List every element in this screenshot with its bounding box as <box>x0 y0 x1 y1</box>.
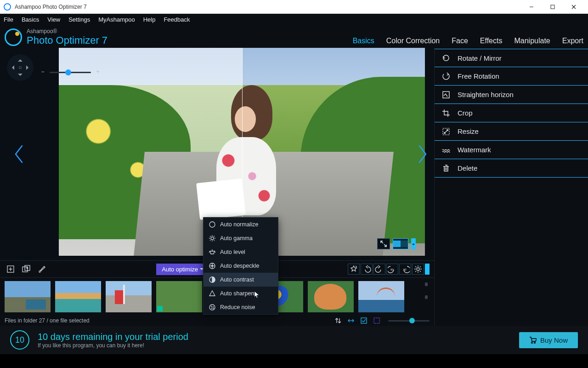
titlebar: Ashampoo Photo Optimizer 7 <box>0 0 588 14</box>
tools-dropdown[interactable] <box>425 264 430 275</box>
prev-photo-button[interactable] <box>12 140 26 168</box>
svg-text:90: 90 <box>403 268 407 271</box>
svg-line-46 <box>444 130 448 133</box>
panel-crop[interactable]: Crop <box>435 104 588 122</box>
favorite-button[interactable] <box>348 264 360 275</box>
rotate-icon <box>441 53 451 63</box>
svg-point-25 <box>213 306 213 307</box>
add-image-button[interactable] <box>5 263 17 275</box>
thumbnail[interactable] <box>5 281 51 312</box>
pan-pad[interactable] <box>7 54 34 81</box>
auto-level[interactable]: Auto level <box>204 245 278 259</box>
basics-panel: Rotate / Mirror Free Rotation Straighten… <box>434 48 588 326</box>
auto-optimize-button[interactable]: Auto optimize <box>156 264 209 275</box>
svg-line-15 <box>209 251 210 253</box>
zoom-out-icon[interactable]: − <box>40 69 46 75</box>
crop-icon <box>441 108 451 118</box>
add-folder-button[interactable] <box>20 263 32 275</box>
thumbnail[interactable] <box>55 281 101 312</box>
trial-banner: 10 10 days remaining in your trial perio… <box>0 326 588 354</box>
thumbnail[interactable] <box>358 281 404 312</box>
svg-line-10 <box>210 236 211 237</box>
sort-button[interactable] <box>334 316 342 325</box>
tab-face[interactable]: Face <box>452 37 468 45</box>
svg-point-26 <box>211 308 212 308</box>
reduce-noise[interactable]: Reduce noise <box>204 300 278 314</box>
thumbnail[interactable] <box>156 281 202 312</box>
thumbnail[interactable] <box>106 281 152 312</box>
tab-export[interactable]: Export <box>562 37 583 45</box>
trial-subtext: If you like this program, you can buy it… <box>38 342 188 349</box>
svg-line-11 <box>214 240 215 241</box>
next-photo-button[interactable] <box>416 140 430 168</box>
mouse-cursor-icon <box>254 291 260 299</box>
auto-normalize[interactable]: Auto normalize <box>204 218 278 231</box>
auto-sharpen[interactable]: Auto sharpen <box>204 287 278 300</box>
svg-line-16 <box>215 251 215 253</box>
panel-watermark[interactable]: Watermark <box>435 141 588 159</box>
compare-mode-button[interactable] <box>393 238 408 249</box>
tab-basics[interactable]: Basics <box>353 37 374 45</box>
brand-line2: Photo Optimizer 7 <box>27 35 107 46</box>
brand-logo <box>5 29 22 46</box>
fullscreen-button[interactable] <box>377 238 390 249</box>
panel-resize[interactable]: Resize <box>435 122 588 141</box>
svg-marker-22 <box>209 291 215 296</box>
cart-icon <box>529 336 537 344</box>
thumbnail[interactable] <box>308 281 354 312</box>
selected-check-icon <box>157 306 163 311</box>
thumb-scrollbar[interactable] <box>425 282 428 310</box>
auto-despeckle[interactable]: Auto despeckle <box>204 259 278 273</box>
rotate-right-button[interactable]: 90 <box>399 264 411 275</box>
fit-width-button[interactable] <box>347 316 355 325</box>
close-button[interactable] <box>563 0 584 14</box>
auto-gamma[interactable]: Auto gamma <box>204 231 278 245</box>
menu-myashampoo[interactable]: MyAshampoo <box>98 16 135 23</box>
status-bar: Files in folder 27 / one file selected <box>0 316 434 326</box>
auto-contrast[interactable]: Auto contrast <box>204 273 278 287</box>
svg-point-5 <box>211 237 214 240</box>
selection-box-button[interactable] <box>373 316 381 325</box>
svg-point-49 <box>531 342 533 344</box>
tab-color-correction[interactable]: Color Correction <box>386 37 440 45</box>
menu-feedback[interactable]: Feedback <box>164 16 190 23</box>
menu-settings[interactable]: Settings <box>68 16 90 23</box>
zoom-in-icon[interactable]: + <box>95 69 101 75</box>
svg-rect-42 <box>361 318 367 323</box>
svg-point-27 <box>213 308 214 309</box>
menu-basics[interactable]: Basics <box>22 16 39 23</box>
tab-effects[interactable]: Effects <box>480 37 503 45</box>
svg-line-35 <box>356 266 357 267</box>
svg-point-24 <box>211 306 211 306</box>
minimize-button[interactable] <box>521 0 542 14</box>
window-title: Ashampoo Photo Optimizer 7 <box>15 4 521 10</box>
maximize-button[interactable] <box>542 0 563 14</box>
rotate-left-button[interactable]: 90 <box>386 264 398 275</box>
select-all-button[interactable] <box>360 316 368 325</box>
menu-view[interactable]: View <box>47 16 60 23</box>
trial-headline: 10 days remaining in your trial period <box>38 332 188 342</box>
resize-icon <box>441 126 451 137</box>
svg-line-12 <box>210 240 211 241</box>
tab-manipulate[interactable]: Manipulate <box>514 37 550 45</box>
undo-button[interactable] <box>361 264 373 275</box>
app-icon <box>4 3 11 11</box>
panel-free-rotation[interactable]: Free Rotation <box>435 67 588 86</box>
menu-help[interactable]: Help <box>143 16 156 23</box>
compare-dropdown[interactable] <box>411 238 416 249</box>
panel-straighten[interactable]: Straighten horizon <box>435 86 588 104</box>
svg-rect-1 <box>551 5 554 9</box>
buy-now-button[interactable]: Buy Now <box>519 332 578 348</box>
settings-gear-button[interactable] <box>412 264 424 275</box>
main-tabs: Basics Color Correction Face Effects Man… <box>353 37 583 48</box>
menu-file[interactable]: File <box>4 16 13 23</box>
panel-rotate-mirror[interactable]: Rotate / Mirror <box>435 49 588 67</box>
brand-line1: Ashampoo® <box>27 29 107 34</box>
redo-button[interactable] <box>373 264 385 275</box>
zoom-slider[interactable]: − + <box>40 69 101 75</box>
panel-delete[interactable]: Delete <box>435 159 588 178</box>
trial-days-badge: 10 <box>10 330 29 350</box>
brush-tool-button[interactable] <box>36 263 48 275</box>
thumb-size-slider[interactable] <box>388 320 430 322</box>
auto-optimize-menu: Auto normalize Auto gamma Auto level Aut… <box>203 217 278 315</box>
